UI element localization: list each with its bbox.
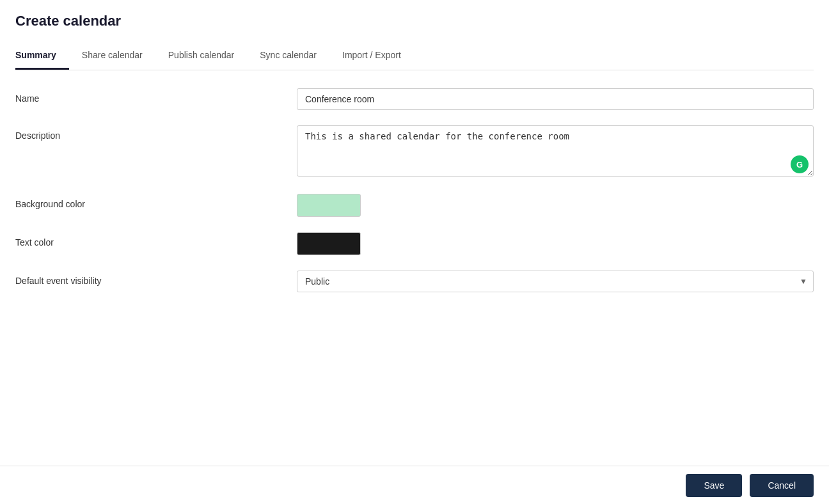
footer: Save Cancel xyxy=(0,466,829,504)
description-field-wrapper: This is a shared calendar for the confer… xyxy=(297,125,814,178)
summary-form: Name Description This is a shared calend… xyxy=(15,88,814,504)
event-visibility-row: Default event visibility Public Private … xyxy=(15,271,814,292)
tab-sync-calendar[interactable]: Sync calendar xyxy=(260,42,329,70)
text-color-label: Text color xyxy=(15,232,297,248)
event-visibility-field-wrapper: Public Private ▼ xyxy=(297,271,814,292)
description-row: Description This is a shared calendar fo… xyxy=(15,125,814,178)
tab-summary[interactable]: Summary xyxy=(15,42,69,70)
page-title: Create calendar xyxy=(15,13,814,29)
tab-publish-calendar[interactable]: Publish calendar xyxy=(168,42,248,70)
event-visibility-label: Default event visibility xyxy=(15,271,297,286)
text-color-row: Text color xyxy=(15,232,814,255)
name-label: Name xyxy=(15,88,297,104)
tabs-nav: Summary Share calendar Publish calendar … xyxy=(15,42,814,70)
text-color-swatch[interactable] xyxy=(297,232,361,255)
description-label: Description xyxy=(15,125,297,141)
tab-import-export[interactable]: Import / Export xyxy=(342,42,414,70)
visibility-select-wrapper: Public Private ▼ xyxy=(297,271,814,292)
name-row: Name xyxy=(15,88,814,110)
background-color-swatch[interactable] xyxy=(297,194,361,217)
name-input[interactable] xyxy=(297,88,814,110)
tab-share-calendar[interactable]: Share calendar xyxy=(82,42,155,70)
text-color-field-wrapper xyxy=(297,232,814,255)
description-textarea[interactable]: This is a shared calendar for the confer… xyxy=(297,125,814,177)
background-color-row: Background color xyxy=(15,194,814,217)
visibility-select[interactable]: Public Private xyxy=(297,271,814,292)
grammarly-icon: G xyxy=(791,155,809,173)
save-button[interactable]: Save xyxy=(686,474,742,497)
cancel-button[interactable]: Cancel xyxy=(750,474,814,497)
background-color-label: Background color xyxy=(15,194,297,209)
name-field-wrapper xyxy=(297,88,814,110)
textarea-wrapper: This is a shared calendar for the confer… xyxy=(297,125,814,178)
background-color-field-wrapper xyxy=(297,194,814,217)
